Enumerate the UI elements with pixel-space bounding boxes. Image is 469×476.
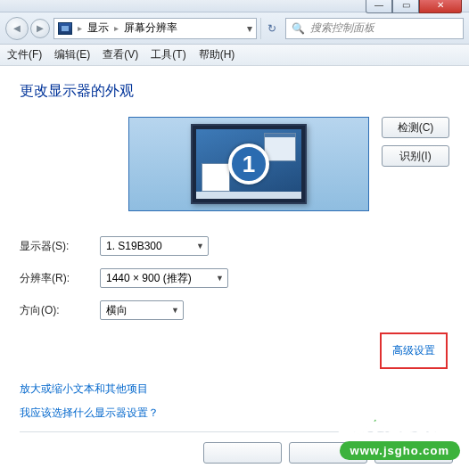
preview-window-icon — [264, 133, 296, 161]
resolution-value: 1440 × 900 (推荐) — [106, 271, 192, 286]
preview-window-icon — [202, 163, 230, 192]
display-value: 1. S19B300 — [106, 240, 162, 252]
menu-help[interactable]: 帮助(H) — [199, 47, 235, 62]
maximize-button[interactable]: ▭ — [392, 0, 419, 13]
breadcrumb-display[interactable]: 显示 — [87, 21, 109, 36]
menubar: 文件(F) 编辑(E) 查看(V) 工具(T) 帮助(H) — [0, 45, 469, 66]
identify-button[interactable]: 识别(I) — [382, 145, 449, 167]
ok-button[interactable] — [203, 442, 282, 464]
monitor-preview[interactable]: 1 — [128, 117, 369, 211]
search-input[interactable]: 🔍 搜索控制面板 — [285, 18, 464, 39]
chevron-down-icon: ▾ — [247, 22, 252, 35]
orientation-row: 方向(O): 横向 ▼ — [20, 300, 449, 320]
refresh-button[interactable]: ↻ — [260, 18, 282, 39]
resolution-label: 分辨率(R): — [20, 271, 100, 286]
what-display-link[interactable]: 我应该选择什么显示器设置？ — [20, 406, 449, 421]
chevron-down-icon: ▼ — [216, 274, 224, 283]
search-placeholder: 搜索控制面板 — [310, 21, 374, 36]
menu-view[interactable]: 查看(V) — [103, 47, 138, 62]
address-dropdown[interactable]: ▾ — [247, 22, 252, 35]
display-label: 显示器(S): — [20, 239, 100, 254]
menu-file[interactable]: 文件(F) — [7, 47, 42, 62]
menu-edit[interactable]: 编辑(E) — [54, 47, 90, 62]
resolution-row: 分辨率(R): 1440 × 900 (推荐) ▼ — [20, 268, 449, 288]
advanced-wrap: 高级设置 — [20, 332, 448, 369]
orientation-value: 横向 — [106, 303, 128, 318]
address-bar[interactable]: ▸ 显示 ▸ 屏幕分辨率 ▾ — [53, 18, 257, 39]
detect-button[interactable]: 检测(C) — [382, 117, 449, 138]
breadcrumb-resolution[interactable]: 屏幕分辨率 — [124, 21, 177, 36]
apply-button[interactable]: 应用(A) — [374, 442, 453, 464]
chevron-down-icon: ▼ — [171, 306, 179, 315]
preview-row: 1 检测(C) 识别(I) — [20, 117, 449, 211]
display-row: 显示器(S): 1. S19B300 ▼ — [20, 236, 449, 256]
content-area: 更改显示器的外观 1 检测(C) 识别(I) 显示器(S): 1. S19B30… — [0, 66, 469, 450]
page-title: 更改显示器的外观 — [20, 82, 449, 101]
breadcrumb-sep-icon: ▸ — [78, 23, 82, 33]
control-panel-icon — [58, 22, 72, 35]
text-size-link[interactable]: 放大或缩小文本和其他项目 — [20, 382, 449, 397]
close-button[interactable]: ✕ — [419, 0, 462, 13]
preview-taskbar — [196, 192, 301, 199]
display-select[interactable]: 1. S19B300 ▼ — [100, 236, 209, 256]
monitor-frame: 1 — [191, 124, 307, 204]
resolution-select[interactable]: 1440 × 900 (推荐) ▼ — [100, 268, 228, 288]
cancel-button[interactable] — [289, 442, 367, 464]
bottom-buttons: 应用(A) — [203, 442, 453, 464]
search-icon: 🔍 — [292, 22, 305, 35]
side-buttons: 检测(C) 识别(I) — [382, 117, 449, 167]
minimize-button[interactable]: — — [366, 0, 392, 13]
divider — [20, 431, 449, 432]
orientation-select[interactable]: 横向 ▼ — [100, 300, 184, 320]
navbar: ◄ ► ▸ 显示 ▸ 屏幕分辨率 ▾ ↻ 🔍 搜索控制面板 — [0, 12, 469, 45]
menu-tools[interactable]: 工具(T) — [151, 47, 185, 62]
orientation-label: 方向(O): — [20, 303, 100, 318]
window-controls: — ▭ ✕ — [366, 0, 462, 13]
chevron-down-icon: ▼ — [196, 242, 204, 250]
monitor-number-badge: 1 — [228, 144, 269, 185]
titlebar: — ▭ ✕ — [0, 0, 469, 12]
advanced-settings-link[interactable]: 高级设置 — [380, 332, 448, 369]
forward-button[interactable]: ► — [30, 19, 50, 38]
breadcrumb-sep-icon: ▸ — [114, 23, 119, 33]
back-button[interactable]: ◄ — [5, 17, 29, 40]
